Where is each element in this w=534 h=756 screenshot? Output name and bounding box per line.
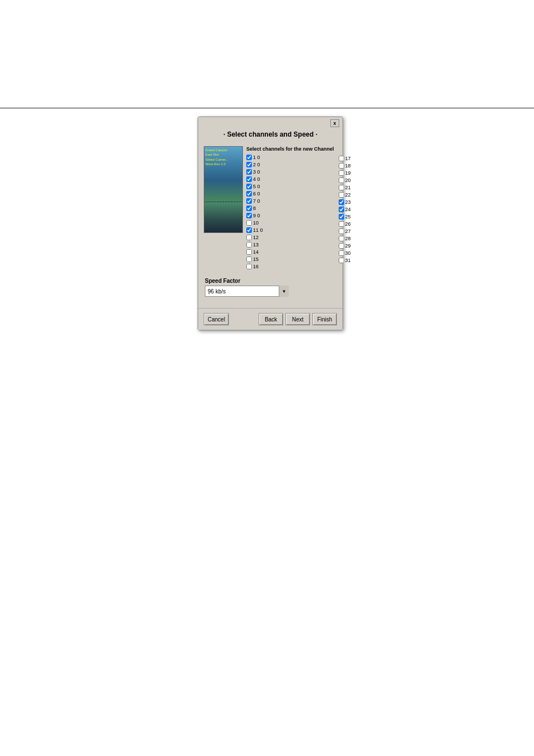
channel-label-20: 20	[345, 178, 351, 183]
channel-label-1: 1 0	[253, 155, 260, 160]
right-channels-list: 171819202122232425262728293031	[339, 155, 351, 264]
dialog-title: · Select channels and Speed ·	[198, 128, 343, 143]
channel-label-16: 16	[253, 264, 259, 269]
channels-lists: Select channels for the new Channel 1 02…	[246, 146, 351, 270]
channel-checkbox-6[interactable]	[246, 191, 252, 197]
channel-item: 27	[339, 227, 351, 235]
channel-item: 9 0	[246, 212, 334, 219]
back-button[interactable]: Back	[259, 313, 283, 325]
channel-checkbox-30[interactable]	[339, 250, 344, 256]
channel-item: 22	[339, 191, 351, 198]
channel-checkbox-8[interactable]	[246, 206, 252, 211]
channel-item: 11 0	[246, 226, 334, 234]
channel-checkbox-31[interactable]	[339, 258, 344, 263]
channel-item: 28	[339, 235, 351, 242]
channel-label-8: 8	[253, 206, 256, 211]
channel-item: 10	[246, 219, 334, 226]
channel-checkbox-1[interactable]	[246, 155, 252, 160]
close-button[interactable]: x	[330, 119, 339, 127]
channel-checkbox-7[interactable]	[246, 198, 252, 204]
channel-checkbox-18[interactable]	[339, 163, 344, 169]
channel-label-21: 21	[345, 185, 351, 190]
channel-item: 29	[339, 242, 351, 249]
channel-item: 15	[246, 255, 334, 263]
channel-label-6: 6 0	[253, 191, 260, 197]
channel-checkbox-16[interactable]	[246, 264, 252, 269]
channel-item: 20	[339, 176, 351, 184]
channel-checkbox-23[interactable]	[339, 199, 344, 205]
channel-label-12: 12	[253, 235, 259, 240]
right-channel-column: 171819202122232425262728293031	[339, 146, 351, 270]
channel-label-26: 26	[345, 221, 351, 227]
channel-checkbox-10[interactable]	[246, 220, 252, 226]
channel-item: 24	[339, 206, 351, 213]
dialog-body: Grand CanyonEast RimSelect Camer...West …	[198, 143, 343, 302]
channel-label-25: 25	[345, 214, 351, 220]
channel-checkbox-2[interactable]	[246, 162, 252, 167]
channel-item: 16	[246, 263, 334, 270]
channel-checkbox-17[interactable]	[339, 156, 344, 161]
channel-item: 19	[339, 169, 351, 176]
channel-checkbox-14[interactable]	[246, 249, 252, 255]
channel-label-7: 7 0	[253, 198, 260, 204]
channel-checkbox-26[interactable]	[339, 221, 344, 227]
channel-item: 2 0	[246, 161, 334, 168]
channel-label-31: 31	[345, 258, 351, 263]
channel-thumbnail: Grand CanyonEast RimSelect Camer...West …	[204, 146, 243, 233]
speed-label: Speed Factor	[205, 278, 336, 284]
finish-button[interactable]: Finish	[312, 313, 337, 325]
channel-checkbox-25[interactable]	[339, 214, 344, 220]
channel-item: 13	[246, 241, 334, 248]
channel-label-24: 24	[345, 207, 351, 212]
dialog-window: x · Select channels and Speed · Grand Ca…	[198, 116, 343, 330]
channel-label-30: 30	[345, 250, 351, 256]
channel-item: 31	[339, 256, 351, 264]
speed-section: Speed Factor 96 kb/s128 kb/s192 kb/s256 …	[204, 278, 337, 297]
channel-label-29: 29	[345, 243, 351, 249]
channel-checkbox-12[interactable]	[246, 235, 252, 240]
channel-checkbox-4[interactable]	[246, 176, 252, 182]
channel-item: 25	[339, 213, 351, 220]
channel-checkbox-9[interactable]	[246, 213, 252, 218]
channel-label-5: 5 0	[253, 184, 260, 189]
next-button[interactable]: Next	[285, 313, 310, 325]
channel-label-17: 17	[345, 156, 351, 161]
thumbnail-top: Grand CanyonEast RimSelect Camer...West …	[204, 147, 242, 203]
channel-label-4: 4 0	[253, 176, 260, 182]
channel-checkbox-22[interactable]	[339, 192, 344, 198]
thumbnail-circuit	[204, 202, 242, 232]
channels-section: Grand CanyonEast RimSelect Camer...West …	[204, 146, 337, 270]
channel-checkbox-28[interactable]	[339, 236, 344, 241]
channel-checkbox-27[interactable]	[339, 228, 344, 234]
channel-item: 12	[246, 234, 334, 241]
channel-checkbox-15[interactable]	[246, 256, 252, 262]
channel-checkbox-11[interactable]	[246, 227, 252, 233]
left-channels-list: 1 02 03 04 05 06 07 089 01011 0121314151…	[246, 153, 334, 270]
channel-checkbox-13[interactable]	[246, 242, 252, 248]
channel-checkbox-24[interactable]	[339, 207, 344, 212]
dialog-footer: Cancel Back Next Finish	[198, 308, 343, 330]
cancel-button[interactable]: Cancel	[204, 313, 229, 325]
channel-checkbox-5[interactable]	[246, 184, 252, 189]
channel-item: 4 0	[246, 175, 334, 183]
channel-label-22: 22	[345, 192, 351, 198]
channel-item: 7 0	[246, 197, 334, 204]
channel-checkbox-29[interactable]	[339, 243, 344, 249]
channel-item: 1 0	[246, 153, 334, 161]
channel-item: 3 0	[246, 168, 334, 175]
speed-select-wrapper: 96 kb/s128 kb/s192 kb/s256 kb/s384 kb/s5…	[205, 286, 289, 297]
channel-label-11: 11 0	[253, 227, 263, 233]
channel-checkbox-19[interactable]	[339, 170, 344, 176]
channel-label-18: 18	[345, 163, 351, 169]
channels-header: Select channels for the new Channel	[246, 146, 334, 152]
channel-label-19: 19	[345, 170, 351, 176]
channel-label-28: 28	[345, 236, 351, 241]
channel-item: 6 0	[246, 190, 334, 197]
channel-item: 18	[339, 162, 351, 169]
channel-item: 8	[246, 204, 334, 212]
speed-select[interactable]: 96 kb/s128 kb/s192 kb/s256 kb/s384 kb/s5…	[205, 286, 289, 297]
channel-label-15: 15	[253, 256, 259, 262]
channel-checkbox-3[interactable]	[246, 169, 252, 175]
channel-checkbox-21[interactable]	[339, 185, 344, 190]
channel-checkbox-20[interactable]	[339, 178, 344, 183]
